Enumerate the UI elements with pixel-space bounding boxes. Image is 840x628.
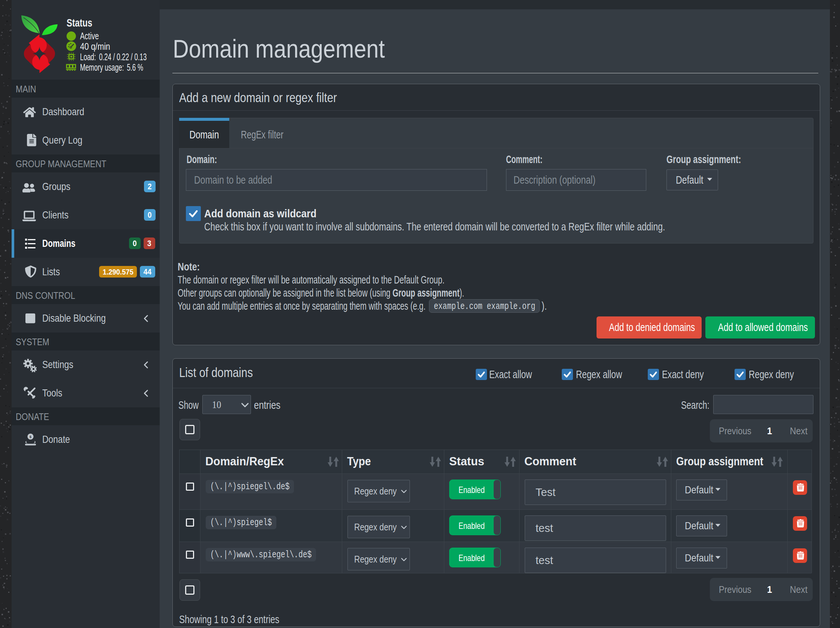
svg-text:$: $ (30, 435, 32, 439)
